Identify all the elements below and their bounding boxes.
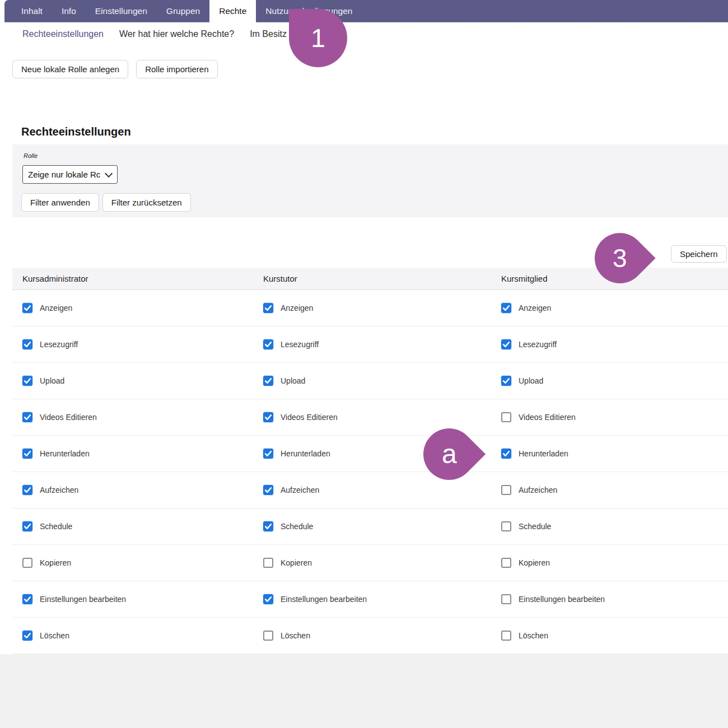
reset-filter-button[interactable]: Filter zurücksetzen	[102, 193, 191, 212]
permission-label: Upload	[281, 376, 305, 385]
role-actions: Neue lokale Rolle anlegen Rolle importie…	[12, 60, 218, 78]
kursmitglied-schedule-checkbox[interactable]	[501, 521, 511, 531]
column-header-kurstutor: Kurstutor	[263, 268, 297, 290]
kurstutor-videos-editieren-checkbox[interactable]	[263, 412, 273, 422]
permission-label: Aufzeichen	[281, 486, 319, 494]
tab-gruppen[interactable]: Gruppen	[157, 0, 209, 22]
permission-cell: Einstellungen bearbeiten	[501, 581, 605, 617]
top-navbar: InhaltInfoEinstellungenGruppenRechteNutz…	[4, 0, 728, 22]
permission-label: Schedule	[519, 522, 551, 531]
role-filter-select-value: Zeige nur lokale Rc	[28, 170, 100, 179]
permission-cell: Löschen	[263, 618, 310, 654]
tab-rechte[interactable]: Rechte	[209, 0, 256, 22]
permission-row-upload: UploadUploadUpload	[12, 363, 728, 399]
permission-label: Kopieren	[281, 558, 312, 567]
permission-cell: Schedule	[501, 508, 551, 544]
permission-cell: Anzeigen	[263, 290, 313, 326]
permission-label: Lesezugriff	[519, 340, 557, 349]
permission-cell: Einstellungen bearbeiten	[263, 581, 367, 617]
permission-label: Einstellungen bearbeiten	[40, 595, 126, 604]
permission-cell: Upload	[22, 363, 64, 399]
permission-row-loschen: LöschenLöschenLöschen	[12, 618, 728, 654]
kursadministrator-upload-checkbox[interactable]	[22, 376, 32, 386]
page-title: Rechteeinstellungen	[21, 125, 131, 138]
permission-row-videos-editieren: Videos EditierenVideos EditierenVideos E…	[12, 399, 728, 436]
column-header-kursadministrator: Kursadministrator	[22, 268, 88, 290]
kursadministrator-videos-editieren-checkbox[interactable]	[22, 412, 32, 422]
permission-label: Kopieren	[40, 558, 71, 567]
subnav-link-rechteeinstellungen[interactable]: Rechteeinstellungen	[22, 29, 104, 39]
subnav-link-im-besitz[interactable]: Im Besitz	[250, 29, 287, 39]
permission-cell: Upload	[263, 363, 305, 399]
permission-cell: Aufzeichen	[22, 472, 78, 508]
permission-cell: Herunterladen	[22, 436, 90, 472]
tab-einstellungen[interactable]: Einstellungen	[86, 0, 157, 22]
permission-label: Anzeigen	[40, 304, 72, 312]
apply-filter-button[interactable]: Filter anwenden	[21, 193, 99, 212]
kursadministrator-herunterladen-checkbox[interactable]	[22, 449, 32, 459]
kursmitglied-aufzeichen-checkbox[interactable]	[501, 485, 511, 495]
kursmitglied-anzeigen-checkbox[interactable]	[501, 303, 511, 313]
permission-label: Herunterladen	[40, 449, 90, 458]
kurstutor-einstellungen-bearbeiten-checkbox[interactable]	[263, 594, 273, 604]
permission-row-einstellungen-bearbeiten: Einstellungen bearbeitenEinstellungen be…	[12, 581, 728, 618]
permission-label: Kopieren	[519, 558, 550, 567]
permission-label: Schedule	[40, 522, 72, 531]
subnav-link-wer-hat-hier-welche-rechte[interactable]: Wer hat hier welche Rechte?	[119, 29, 234, 39]
kurstutor-schedule-checkbox[interactable]	[263, 521, 273, 531]
permission-label: Lesezugriff	[40, 340, 78, 349]
column-header-kursmitglied: Kursmitglied	[501, 268, 548, 290]
tab-info[interactable]: Info	[52, 0, 86, 22]
import-role-button[interactable]: Rolle importieren	[136, 60, 217, 78]
save-button[interactable]: Speichern	[671, 245, 727, 263]
kursadministrator-schedule-checkbox[interactable]	[22, 521, 32, 531]
callout-step-3-label: 3	[613, 245, 627, 271]
create-role-button[interactable]: Neue lokale Rolle anlegen	[12, 60, 128, 78]
permission-cell: Löschen	[501, 618, 548, 654]
kursmitglied-einstellungen-bearbeiten-checkbox[interactable]	[501, 594, 511, 604]
kurstutor-upload-checkbox[interactable]	[263, 376, 273, 386]
permission-label: Lesezugriff	[281, 340, 319, 349]
kursmitglied-videos-editieren-checkbox[interactable]	[501, 412, 511, 422]
kursadministrator-lesezugriff-checkbox[interactable]	[22, 339, 32, 349]
permission-cell: Einstellungen bearbeiten	[22, 581, 126, 617]
kursadministrator-einstellungen-bearbeiten-checkbox[interactable]	[22, 594, 32, 604]
permission-cell: Löschen	[22, 618, 69, 654]
kursmitglied-kopieren-checkbox[interactable]	[501, 558, 511, 568]
kurstutor-anzeigen-checkbox[interactable]	[263, 303, 273, 313]
kursmitglied-lesezugriff-checkbox[interactable]	[501, 339, 511, 349]
permission-label: Videos Editieren	[519, 413, 576, 422]
kurstutor-aufzeichen-checkbox[interactable]	[263, 485, 273, 495]
permission-cell: Aufzeichen	[263, 472, 319, 508]
kursadministrator-aufzeichen-checkbox[interactable]	[22, 485, 32, 495]
kursmitglied-herunterladen-checkbox[interactable]	[501, 449, 511, 459]
sub-navbar: RechteeinstellungenWer hat hier welche R…	[0, 23, 728, 45]
permission-cell: Anzeigen	[22, 290, 72, 326]
role-filter-label: Rolle	[24, 152, 38, 159]
permission-cell: Lesezugriff	[22, 326, 78, 362]
kurstutor-herunterladen-checkbox[interactable]	[263, 449, 273, 459]
permission-row-lesezugriff: LesezugriffLesezugriffLesezugriff	[12, 326, 728, 363]
page-footer	[0, 654, 728, 728]
kurstutor-loschen-checkbox[interactable]	[263, 631, 273, 641]
permission-label: Einstellungen bearbeiten	[281, 595, 367, 604]
permission-row-anzeigen: AnzeigenAnzeigenAnzeigen	[12, 290, 728, 326]
kursadministrator-anzeigen-checkbox[interactable]	[22, 303, 32, 313]
permission-row-kopieren: KopierenKopierenKopieren	[12, 545, 728, 581]
permissions-table-body: AnzeigenAnzeigenAnzeigenLesezugriffLesez…	[12, 290, 728, 654]
permission-cell: Kopieren	[263, 545, 312, 581]
kursadministrator-kopieren-checkbox[interactable]	[22, 558, 32, 568]
permission-label: Aufzeichen	[519, 486, 557, 494]
kursmitglied-loschen-checkbox[interactable]	[501, 631, 511, 641]
permission-label: Anzeigen	[519, 304, 551, 312]
filter-panel: Rolle Zeige nur lokale Rc Filter anwende…	[12, 144, 728, 217]
kurstutor-lesezugriff-checkbox[interactable]	[263, 339, 273, 349]
permission-label: Upload	[40, 376, 64, 385]
kursadministrator-loschen-checkbox[interactable]	[22, 631, 32, 641]
kursmitglied-upload-checkbox[interactable]	[501, 376, 511, 386]
permission-cell: Kopieren	[501, 545, 550, 581]
tab-inhalt[interactable]: Inhalt	[12, 0, 52, 22]
kurstutor-kopieren-checkbox[interactable]	[263, 558, 273, 568]
role-filter-select[interactable]: Zeige nur lokale Rc	[22, 165, 118, 184]
permission-row-aufzeichen: AufzeichenAufzeichenAufzeichen	[12, 472, 728, 508]
